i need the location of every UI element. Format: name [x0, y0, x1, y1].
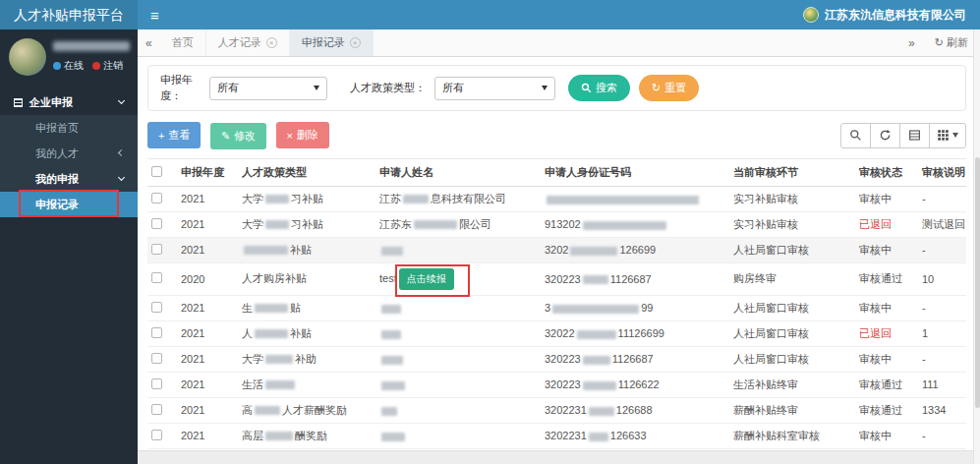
redacted-text: [403, 195, 429, 203]
tab-首页[interactable]: 首页: [160, 29, 206, 56]
scrollbar-thumb[interactable]: [975, 157, 980, 408]
building-icon: [14, 98, 23, 107]
tabs-scroll-left-icon[interactable]: «: [138, 36, 160, 50]
sidebar-item-apply-home[interactable]: 申报首页: [0, 115, 138, 141]
table-refresh-button[interactable]: [870, 123, 900, 148]
tab-bar: « 首页人才记录×申报记录× » ↻ 刷新: [138, 29, 980, 57]
cell-text: 人才购房补贴: [242, 272, 307, 284]
row-checkbox[interactable]: [151, 218, 162, 229]
row-checkbox[interactable]: [151, 244, 162, 255]
close-icon[interactable]: ×: [350, 37, 361, 48]
sidebar-toggle-icon[interactable]: ≡: [150, 7, 159, 24]
row-checkbox[interactable]: [151, 430, 162, 440]
cell-text: 大学: [242, 353, 263, 365]
table-row[interactable]: 2020人才购房补贴test点击续报3202231126687购房终审审核通过1…: [147, 262, 966, 295]
company-account[interactable]: 江苏东氿信息科技有限公司: [803, 7, 966, 24]
table-row[interactable]: 2021补贴3202126699人社局窗口审核审核中-: [147, 237, 966, 262]
year-filter-select[interactable]: 所有: [209, 77, 327, 100]
row-checkbox[interactable]: [151, 378, 162, 389]
refresh-icon: ↻: [935, 36, 944, 49]
table-row[interactable]: 2021高人才薪酬奖励3202231126688薪酬补贴终审审核通过1334: [147, 397, 966, 423]
redacted-text: [381, 330, 401, 339]
online-label: 在线: [64, 59, 84, 73]
reset-button[interactable]: ↻ 重置: [639, 75, 699, 101]
logout-link[interactable]: 注销: [103, 59, 123, 73]
redacted-text: [583, 356, 610, 365]
table-columns-button[interactable]: [929, 123, 966, 148]
column-header: 审核说明: [918, 158, 966, 186]
cell-year: 2021: [177, 211, 238, 237]
cell-text: 生活: [242, 378, 263, 390]
cell-text: 32022: [545, 327, 575, 339]
cell-checkbox: [147, 262, 177, 295]
cell-text: 11126699: [618, 327, 664, 339]
cell-policy: 补贴: [238, 237, 375, 262]
cell-note: 111: [918, 372, 966, 397]
cell-year: 2021: [177, 237, 238, 262]
search-icon: [849, 129, 862, 142]
cell-text: 补贴: [290, 244, 312, 256]
table-search-button[interactable]: [840, 123, 871, 148]
cell-id-number: 3202231126688: [541, 397, 729, 423]
row-checkbox[interactable]: [151, 193, 162, 203]
refresh-page-button[interactable]: ↻ 刷新: [935, 35, 968, 50]
cell-id-number: 399: [541, 295, 729, 320]
redacted-text: [381, 247, 403, 256]
online-status-icon: [53, 62, 61, 70]
select-all-checkbox[interactable]: [151, 166, 162, 177]
table-row[interactable]: 2021生活3202231126622生活补贴终审审核通过111: [147, 372, 966, 397]
year-filter-label: 申报年度：: [160, 73, 201, 104]
cell-status: 审核中: [855, 186, 918, 211]
cell-text: 3: [545, 302, 550, 314]
tab-申报记录[interactable]: 申报记录×: [290, 29, 374, 56]
search-button[interactable]: 搜索: [568, 75, 630, 101]
cell-stage: 购房终审: [729, 262, 855, 295]
search-icon: [581, 83, 592, 93]
sidebar-item-enterprise-apply[interactable]: 企业申报: [0, 89, 138, 115]
sidebar-item-my-apply[interactable]: 我的申报: [0, 166, 138, 192]
list-view-icon: [908, 129, 921, 142]
tab-人才记录[interactable]: 人才记录×: [206, 29, 290, 56]
main-area: ≡ 江苏东氿信息科技有限公司 « 首页人才记录×申报记录× » ↻ 刷新 申报年…: [138, 0, 980, 464]
cell-stage: 薪酬补贴终审: [729, 397, 855, 423]
cell-text: 3202231: [545, 430, 587, 441]
delete-button[interactable]: × 删除: [276, 122, 329, 148]
cell-status: 审核通过: [855, 397, 918, 423]
user-name-redacted: [53, 41, 130, 51]
sidebar-item-apply-records[interactable]: 申报记录: [0, 192, 138, 217]
tab-label: 人才记录: [218, 35, 261, 50]
table-row[interactable]: 2021大学补助3202231126687人社局窗口审核审核中-: [147, 346, 966, 372]
sidebar-item-my-talent[interactable]: 我的人才: [0, 141, 138, 166]
row-checkbox[interactable]: [151, 302, 162, 313]
tab-label: 首页: [172, 35, 194, 50]
cell-note: -: [918, 237, 966, 262]
cell-status: 审核中: [855, 423, 918, 448]
row-checkbox[interactable]: [151, 404, 162, 415]
table-row[interactable]: 2021生贴399人社局窗口审核审核中-: [147, 295, 966, 320]
renew-button[interactable]: 点击续报: [399, 268, 454, 290]
redacted-text: [265, 432, 293, 440]
cell-text: 习补贴: [291, 193, 323, 204]
redacted-text: [265, 195, 289, 203]
cell-name: [375, 237, 541, 262]
table-row[interactable]: 2021大学习补贴江苏息科技有限公司实习补贴审核审核中-: [147, 186, 966, 211]
table-toggle-view-button[interactable]: [899, 123, 930, 148]
row-checkbox[interactable]: [151, 327, 162, 338]
vertical-scrollbar[interactable]: [973, 29, 980, 464]
close-icon[interactable]: ×: [266, 37, 277, 48]
cell-stage: 人社局窗口审核: [729, 237, 855, 262]
edit-button[interactable]: ✎ 修改: [210, 123, 266, 149]
view-button[interactable]: + 查看: [147, 122, 201, 148]
table-row[interactable]: 2021高层酬奖励3202231126633薪酬补贴科室审核审核中-: [147, 423, 966, 448]
row-checkbox[interactable]: [151, 272, 162, 283]
table-row[interactable]: 2021大学习补贴江苏东限公司913202实习补贴审核已退回测试退回: [147, 211, 966, 237]
redacted-text: [589, 407, 614, 416]
row-checkbox[interactable]: [151, 353, 162, 364]
cell-checkbox: [147, 211, 177, 237]
cell-text: 江苏东: [379, 218, 412, 230]
policy-filter-select[interactable]: 所有: [434, 77, 555, 100]
app-window: 人才补贴申报平台 在线 注销 企业申报申报首页我的人才我的申报申报记录 ≡ 江苏…: [0, 0, 980, 464]
cell-year: 2021: [177, 372, 238, 397]
table-row[interactable]: 2021人补贴3202211126699人社局窗口审核已退回1: [147, 320, 966, 346]
tabs-scroll-right-icon[interactable]: »: [900, 36, 923, 50]
